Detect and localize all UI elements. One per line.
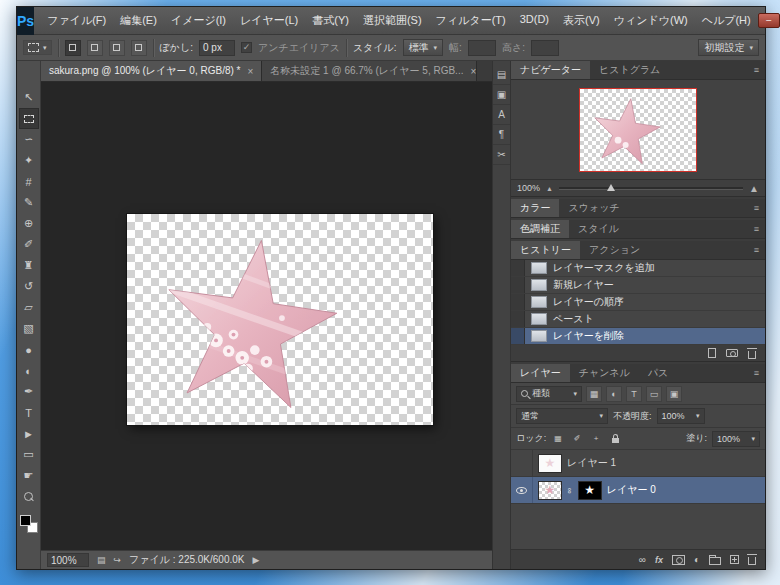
history-step[interactable]: 新規レイヤー <box>511 277 765 294</box>
workspace-switcher[interactable]: 初期設定 ▾ <box>698 39 759 56</box>
path-selection-tool[interactable]: ► <box>19 423 39 444</box>
menu-filter[interactable]: フィルター(T) <box>429 9 513 32</box>
tab-layers[interactable]: レイヤー <box>511 364 570 382</box>
type-filter-icon[interactable]: T <box>626 386 642 402</box>
tool-preset-picker[interactable]: ▾ <box>23 40 52 55</box>
visibility-toggle[interactable] <box>511 477 533 503</box>
menu-edit[interactable]: 編集(E) <box>113 9 164 32</box>
opacity-select[interactable]: 100% ▾ <box>657 408 705 424</box>
panel-menu-icon[interactable]: ≡ <box>748 364 765 382</box>
brush-panel-icon[interactable]: ▤ <box>493 65 510 85</box>
history-source-well[interactable] <box>511 260 525 276</box>
lock-all-icon[interactable] <box>608 432 622 446</box>
tab-histogram[interactable]: ヒストグラム <box>590 61 669 79</box>
menu-3d[interactable]: 3D(D) <box>513 9 556 32</box>
history-source-well[interactable] <box>511 328 525 344</box>
zoom-in-icon[interactable]: ▲ <box>749 183 759 194</box>
shape-tool[interactable]: ▭ <box>19 444 39 465</box>
crop-tool[interactable]: # <box>19 171 39 192</box>
menu-select[interactable]: 選択範囲(S) <box>356 9 429 32</box>
history-step[interactable]: レイヤーマスクを追加 <box>511 260 765 277</box>
filter-kind-select[interactable]: 種類 ▾ <box>516 386 582 402</box>
visibility-toggle[interactable] <box>511 450 533 476</box>
layer-mask-thumbnail[interactable]: ★ <box>578 481 602 500</box>
height-input[interactable] <box>531 40 559 56</box>
feather-input[interactable]: 0 px <box>199 40 235 56</box>
new-group-button[interactable] <box>709 555 721 565</box>
layer-style-button[interactable]: fx <box>655 555 663 565</box>
color-swatches[interactable] <box>20 515 38 533</box>
menu-view[interactable]: 表示(V) <box>556 9 607 32</box>
shape-filter-icon[interactable]: ▭ <box>646 386 662 402</box>
navigator-zoom-slider[interactable] <box>559 182 743 194</box>
history-step[interactable]: レイヤーの順序 <box>511 294 765 311</box>
lock-transparency-icon[interactable]: ▦ <box>551 432 565 446</box>
add-selection-button[interactable] <box>87 40 103 56</box>
tab-color[interactable]: カラー <box>511 199 559 217</box>
width-input[interactable] <box>468 40 496 56</box>
brush-tool[interactable]: ✐ <box>19 234 39 255</box>
canvas[interactable] <box>41 82 492 550</box>
antialias-checkbox[interactable]: ✓ <box>241 42 252 53</box>
adjustment-filter-icon[interactable]: ◐ <box>606 386 622 402</box>
spot-healing-tool[interactable]: ⊕ <box>19 213 39 234</box>
minimize-button[interactable]: – <box>758 13 780 28</box>
blend-mode-select[interactable]: 通常 ▾ <box>516 408 608 424</box>
history-source-well[interactable] <box>511 294 525 310</box>
tab-paths[interactable]: パス <box>639 364 677 382</box>
type-tool[interactable]: T <box>19 402 39 423</box>
history-step-selected[interactable]: レイヤーを削除 <box>511 328 765 345</box>
new-selection-button[interactable] <box>65 40 81 56</box>
intersect-selection-button[interactable] <box>131 40 147 56</box>
menu-image[interactable]: イメージ(I) <box>164 9 233 32</box>
zoom-tool[interactable] <box>19 486 39 507</box>
lock-pixels-icon[interactable]: ✐ <box>570 432 584 446</box>
new-snapshot-button[interactable] <box>726 349 738 357</box>
history-source-well[interactable] <box>511 277 525 293</box>
adjustment-layer-button[interactable]: ◐ <box>694 554 700 565</box>
new-layer-button[interactable] <box>730 555 739 564</box>
navigator-zoom-value[interactable]: 100% <box>517 183 540 193</box>
smart-object-filter-icon[interactable]: ▣ <box>666 386 682 402</box>
tab-adjustments[interactable]: 色調補正 <box>511 220 569 238</box>
delete-layer-button[interactable] <box>748 554 756 565</box>
fill-select[interactable]: 100% ▾ <box>712 431 760 447</box>
hand-tool[interactable]: ☛ <box>19 465 39 486</box>
panel-menu-icon[interactable]: ≡ <box>748 199 765 217</box>
tab-swatches[interactable]: スウォッチ <box>559 199 628 217</box>
gradient-tool[interactable]: ▧ <box>19 318 39 339</box>
tab-channels[interactable]: チャンネル <box>570 364 639 382</box>
tab-actions[interactable]: アクション <box>580 241 649 259</box>
history-brush-tool[interactable]: ↺ <box>19 276 39 297</box>
quick-selection-tool[interactable]: ✦ <box>19 150 39 171</box>
panel-menu-icon[interactable]: ≡ <box>748 61 765 79</box>
menu-type[interactable]: 書式(Y) <box>305 9 356 32</box>
document-canvas[interactable] <box>127 214 433 425</box>
panel-menu-icon[interactable]: ≡ <box>748 241 765 259</box>
doc-status-icon[interactable]: ▤ <box>97 555 106 565</box>
foreground-color[interactable] <box>20 515 31 526</box>
tab-history[interactable]: ヒストリー <box>511 241 580 259</box>
layer-row-1[interactable]: ★ レイヤー 1 <box>511 450 765 477</box>
arrow-status-icon[interactable]: ↪ <box>114 555 122 565</box>
menu-layer[interactable]: レイヤー(L) <box>233 9 305 32</box>
history-source-well[interactable] <box>511 311 525 327</box>
clone-source-panel-icon[interactable]: ▣ <box>493 85 510 105</box>
link-layers-button[interactable]: ∞ <box>639 554 646 565</box>
rectangular-marquee-tool[interactable] <box>19 108 39 129</box>
pen-tool[interactable]: ✒ <box>19 381 39 402</box>
menu-file[interactable]: ファイル(F) <box>40 9 113 32</box>
layer-row-0[interactable]: ★ ∞ ★ レイヤー 0 <box>511 477 765 504</box>
slider-thumb[interactable] <box>607 184 615 191</box>
close-icon[interactable]: × <box>247 66 253 77</box>
move-tool[interactable]: ↖ <box>19 87 39 108</box>
paragraph-panel-icon[interactable]: ¶ <box>493 125 510 145</box>
character-panel-icon[interactable]: A <box>493 105 510 125</box>
eyedropper-tool[interactable]: ✎ <box>19 192 39 213</box>
eraser-tool[interactable]: ▱ <box>19 297 39 318</box>
menu-help[interactable]: ヘルプ(H) <box>695 9 758 32</box>
tab-styles[interactable]: スタイル <box>569 220 628 238</box>
status-expand-arrow[interactable]: ▶ <box>253 555 260 565</box>
lock-position-icon[interactable]: + <box>589 432 603 446</box>
zoom-level-input[interactable]: 100% <box>47 553 89 567</box>
